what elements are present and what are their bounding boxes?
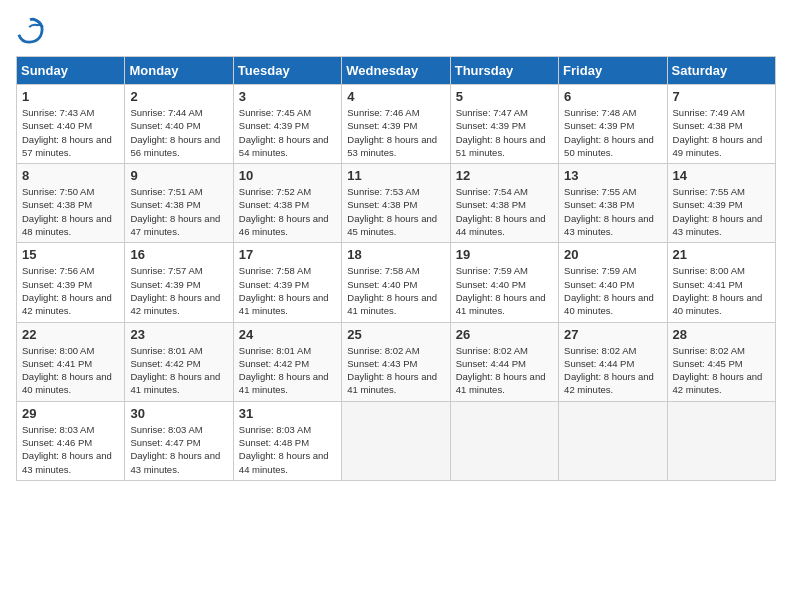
calendar-cell: 16Sunrise: 7:57 AMSunset: 4:39 PMDayligh… xyxy=(125,243,233,322)
calendar-cell: 24Sunrise: 8:01 AMSunset: 4:42 PMDayligh… xyxy=(233,322,341,401)
day-number: 15 xyxy=(22,247,119,262)
day-info: Sunrise: 8:00 AMSunset: 4:41 PMDaylight:… xyxy=(673,264,770,317)
calendar-cell: 9Sunrise: 7:51 AMSunset: 4:38 PMDaylight… xyxy=(125,164,233,243)
calendar-cell: 27Sunrise: 8:02 AMSunset: 4:44 PMDayligh… xyxy=(559,322,667,401)
column-header-thursday: Thursday xyxy=(450,57,558,85)
day-info: Sunrise: 7:47 AMSunset: 4:39 PMDaylight:… xyxy=(456,106,553,159)
calendar-cell xyxy=(342,401,450,480)
day-info: Sunrise: 7:58 AMSunset: 4:39 PMDaylight:… xyxy=(239,264,336,317)
calendar-cell: 22Sunrise: 8:00 AMSunset: 4:41 PMDayligh… xyxy=(17,322,125,401)
day-number: 28 xyxy=(673,327,770,342)
day-number: 4 xyxy=(347,89,444,104)
day-number: 12 xyxy=(456,168,553,183)
day-info: Sunrise: 7:59 AMSunset: 4:40 PMDaylight:… xyxy=(564,264,661,317)
calendar-cell: 11Sunrise: 7:53 AMSunset: 4:38 PMDayligh… xyxy=(342,164,450,243)
header xyxy=(16,16,776,44)
day-number: 22 xyxy=(22,327,119,342)
calendar-cell: 17Sunrise: 7:58 AMSunset: 4:39 PMDayligh… xyxy=(233,243,341,322)
day-info: Sunrise: 7:53 AMSunset: 4:38 PMDaylight:… xyxy=(347,185,444,238)
day-info: Sunrise: 7:57 AMSunset: 4:39 PMDaylight:… xyxy=(130,264,227,317)
day-info: Sunrise: 7:46 AMSunset: 4:39 PMDaylight:… xyxy=(347,106,444,159)
calendar-cell: 13Sunrise: 7:55 AMSunset: 4:38 PMDayligh… xyxy=(559,164,667,243)
calendar-cell: 8Sunrise: 7:50 AMSunset: 4:38 PMDaylight… xyxy=(17,164,125,243)
day-number: 13 xyxy=(564,168,661,183)
day-info: Sunrise: 8:00 AMSunset: 4:41 PMDaylight:… xyxy=(22,344,119,397)
day-info: Sunrise: 8:01 AMSunset: 4:42 PMDaylight:… xyxy=(130,344,227,397)
week-row-2: 8Sunrise: 7:50 AMSunset: 4:38 PMDaylight… xyxy=(17,164,776,243)
day-info: Sunrise: 7:48 AMSunset: 4:39 PMDaylight:… xyxy=(564,106,661,159)
day-number: 19 xyxy=(456,247,553,262)
day-info: Sunrise: 7:55 AMSunset: 4:38 PMDaylight:… xyxy=(564,185,661,238)
day-info: Sunrise: 7:44 AMSunset: 4:40 PMDaylight:… xyxy=(130,106,227,159)
day-number: 14 xyxy=(673,168,770,183)
calendar-cell: 28Sunrise: 8:02 AMSunset: 4:45 PMDayligh… xyxy=(667,322,775,401)
day-number: 29 xyxy=(22,406,119,421)
calendar-cell xyxy=(559,401,667,480)
day-number: 26 xyxy=(456,327,553,342)
day-number: 27 xyxy=(564,327,661,342)
day-number: 11 xyxy=(347,168,444,183)
day-info: Sunrise: 8:02 AMSunset: 4:45 PMDaylight:… xyxy=(673,344,770,397)
calendar-table: SundayMondayTuesdayWednesdayThursdayFrid… xyxy=(16,56,776,481)
day-number: 31 xyxy=(239,406,336,421)
calendar-cell: 30Sunrise: 8:03 AMSunset: 4:47 PMDayligh… xyxy=(125,401,233,480)
calendar-cell: 19Sunrise: 7:59 AMSunset: 4:40 PMDayligh… xyxy=(450,243,558,322)
day-number: 30 xyxy=(130,406,227,421)
calendar-cell: 18Sunrise: 7:58 AMSunset: 4:40 PMDayligh… xyxy=(342,243,450,322)
week-row-5: 29Sunrise: 8:03 AMSunset: 4:46 PMDayligh… xyxy=(17,401,776,480)
day-info: Sunrise: 8:02 AMSunset: 4:43 PMDaylight:… xyxy=(347,344,444,397)
calendar-header-row: SundayMondayTuesdayWednesdayThursdayFrid… xyxy=(17,57,776,85)
calendar-cell: 2Sunrise: 7:44 AMSunset: 4:40 PMDaylight… xyxy=(125,85,233,164)
week-row-1: 1Sunrise: 7:43 AMSunset: 4:40 PMDaylight… xyxy=(17,85,776,164)
day-number: 2 xyxy=(130,89,227,104)
week-row-4: 22Sunrise: 8:00 AMSunset: 4:41 PMDayligh… xyxy=(17,322,776,401)
day-info: Sunrise: 7:52 AMSunset: 4:38 PMDaylight:… xyxy=(239,185,336,238)
day-info: Sunrise: 7:58 AMSunset: 4:40 PMDaylight:… xyxy=(347,264,444,317)
day-number: 25 xyxy=(347,327,444,342)
day-info: Sunrise: 8:02 AMSunset: 4:44 PMDaylight:… xyxy=(456,344,553,397)
day-info: Sunrise: 7:43 AMSunset: 4:40 PMDaylight:… xyxy=(22,106,119,159)
column-header-tuesday: Tuesday xyxy=(233,57,341,85)
day-number: 18 xyxy=(347,247,444,262)
calendar-cell: 5Sunrise: 7:47 AMSunset: 4:39 PMDaylight… xyxy=(450,85,558,164)
day-number: 16 xyxy=(130,247,227,262)
calendar-cell: 31Sunrise: 8:03 AMSunset: 4:48 PMDayligh… xyxy=(233,401,341,480)
week-row-3: 15Sunrise: 7:56 AMSunset: 4:39 PMDayligh… xyxy=(17,243,776,322)
calendar-cell: 29Sunrise: 8:03 AMSunset: 4:46 PMDayligh… xyxy=(17,401,125,480)
day-info: Sunrise: 7:56 AMSunset: 4:39 PMDaylight:… xyxy=(22,264,119,317)
column-header-friday: Friday xyxy=(559,57,667,85)
calendar-cell: 4Sunrise: 7:46 AMSunset: 4:39 PMDaylight… xyxy=(342,85,450,164)
calendar-cell: 20Sunrise: 7:59 AMSunset: 4:40 PMDayligh… xyxy=(559,243,667,322)
calendar-cell: 15Sunrise: 7:56 AMSunset: 4:39 PMDayligh… xyxy=(17,243,125,322)
column-header-monday: Monday xyxy=(125,57,233,85)
day-info: Sunrise: 8:01 AMSunset: 4:42 PMDaylight:… xyxy=(239,344,336,397)
logo-icon xyxy=(16,16,44,44)
day-info: Sunrise: 8:03 AMSunset: 4:48 PMDaylight:… xyxy=(239,423,336,476)
day-number: 20 xyxy=(564,247,661,262)
day-info: Sunrise: 7:54 AMSunset: 4:38 PMDaylight:… xyxy=(456,185,553,238)
day-number: 7 xyxy=(673,89,770,104)
day-info: Sunrise: 7:50 AMSunset: 4:38 PMDaylight:… xyxy=(22,185,119,238)
day-info: Sunrise: 8:03 AMSunset: 4:46 PMDaylight:… xyxy=(22,423,119,476)
day-number: 21 xyxy=(673,247,770,262)
day-info: Sunrise: 7:45 AMSunset: 4:39 PMDaylight:… xyxy=(239,106,336,159)
calendar-cell xyxy=(667,401,775,480)
day-number: 23 xyxy=(130,327,227,342)
day-number: 24 xyxy=(239,327,336,342)
day-number: 9 xyxy=(130,168,227,183)
day-info: Sunrise: 8:02 AMSunset: 4:44 PMDaylight:… xyxy=(564,344,661,397)
calendar-cell: 1Sunrise: 7:43 AMSunset: 4:40 PMDaylight… xyxy=(17,85,125,164)
calendar-cell: 7Sunrise: 7:49 AMSunset: 4:38 PMDaylight… xyxy=(667,85,775,164)
calendar-cell: 3Sunrise: 7:45 AMSunset: 4:39 PMDaylight… xyxy=(233,85,341,164)
day-number: 8 xyxy=(22,168,119,183)
calendar-cell: 23Sunrise: 8:01 AMSunset: 4:42 PMDayligh… xyxy=(125,322,233,401)
day-info: Sunrise: 7:49 AMSunset: 4:38 PMDaylight:… xyxy=(673,106,770,159)
calendar-cell: 21Sunrise: 8:00 AMSunset: 4:41 PMDayligh… xyxy=(667,243,775,322)
day-number: 3 xyxy=(239,89,336,104)
calendar-cell: 26Sunrise: 8:02 AMSunset: 4:44 PMDayligh… xyxy=(450,322,558,401)
calendar-cell: 12Sunrise: 7:54 AMSunset: 4:38 PMDayligh… xyxy=(450,164,558,243)
day-info: Sunrise: 7:59 AMSunset: 4:40 PMDaylight:… xyxy=(456,264,553,317)
calendar-cell: 10Sunrise: 7:52 AMSunset: 4:38 PMDayligh… xyxy=(233,164,341,243)
column-header-sunday: Sunday xyxy=(17,57,125,85)
calendar-cell xyxy=(450,401,558,480)
